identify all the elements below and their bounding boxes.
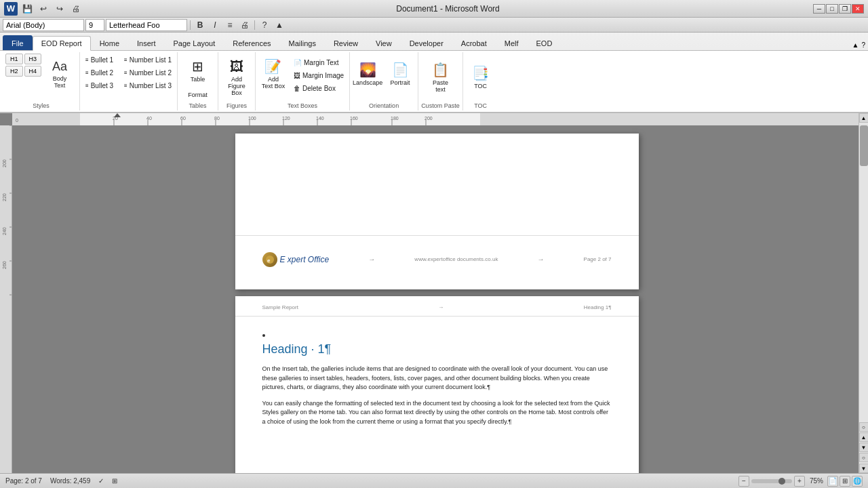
layout-icon[interactable]: ⊞ — [112, 477, 117, 485]
style-h2-button[interactable]: H2 — [5, 66, 23, 77]
status-left: Page: 2 of 7 Words: 2,459 ✓ ⊞ — [5, 477, 117, 485]
delete-box-button[interactable]: 🗑 Delete Box — [291, 82, 347, 94]
zoom-slider[interactable] — [751, 479, 792, 483]
view-print-layout[interactable]: 📄 — [827, 476, 838, 487]
add-figure-box-button[interactable]: 🖼 AddFigure Box — [222, 57, 252, 98]
help-icon[interactable]: ? — [258, 19, 271, 31]
table-icon: ⊞ — [192, 58, 203, 75]
table-format-button[interactable]: Format — [185, 89, 210, 101]
tab-eod[interactable]: EOD — [528, 35, 561, 50]
scrollbar-track[interactable] — [860, 123, 868, 421]
tab-home[interactable]: Home — [91, 35, 128, 50]
ribbon-help-icon[interactable]: ? — [861, 41, 865, 49]
body-text-button[interactable]: Aa BodyText — [43, 54, 77, 94]
undo-button[interactable]: ↩ — [37, 3, 50, 15]
number3-button[interactable]: ≡ Number List 3 — [121, 79, 174, 92]
toc-icon: 📑 — [472, 65, 489, 81]
table-button[interactable]: ⊞ Table — [182, 54, 212, 87]
svg-text:0: 0 — [16, 118, 18, 123]
scrollbar-thumb[interactable] — [860, 125, 868, 166]
page-1: e E xpert Office → www.expertoffice docu… — [235, 134, 639, 289]
scroll-down-small[interactable]: ▼ — [859, 443, 869, 452]
toc-group-label: TOC — [474, 101, 487, 109]
tab-review[interactable]: Review — [325, 35, 367, 50]
paste-text-button[interactable]: 📋 Pastetext — [425, 57, 455, 98]
scroll-up-arrow[interactable]: ▲ — [859, 113, 869, 123]
font-name-box[interactable]: Arial (Body) — [3, 19, 84, 31]
bullet3-button[interactable]: ≡ Bullet 3 — [83, 79, 116, 92]
ribbon-collapse-icon[interactable]: ▲ — [852, 41, 859, 49]
align-icon[interactable]: ≡ — [223, 19, 237, 31]
window-controls[interactable]: ─ □ ❐ ✕ — [813, 4, 864, 14]
number1-button[interactable]: ≡ Number List 1 — [121, 54, 174, 66]
maximize-button[interactable]: □ — [826, 4, 838, 14]
text-box-icon: 📝 — [264, 58, 281, 75]
svg-text:120: 120 — [282, 116, 290, 121]
tab-view[interactable]: View — [367, 35, 401, 50]
style-h4-button[interactable]: H4 — [24, 66, 42, 77]
margin-text-button[interactable]: 📄 Margin Text — [291, 56, 347, 68]
zoom-slider-thumb[interactable] — [778, 478, 785, 485]
svg-text:160: 160 — [350, 116, 358, 121]
scroll-next-page[interactable]: ○ — [859, 453, 869, 462]
figures-label: Figures — [226, 101, 247, 109]
minimize-button[interactable]: ─ — [813, 4, 825, 14]
doc-scroll-area[interactable]: e E xpert Office → www.expertoffice docu… — [12, 113, 859, 473]
redo-button[interactable]: ↪ — [53, 3, 66, 15]
bullet2-button[interactable]: ≡ Bullet 2 — [83, 66, 116, 79]
font-size-box[interactable]: 9 — [85, 19, 104, 31]
number3-label: Number List 3 — [130, 82, 172, 89]
scroll-prev-page[interactable]: ○ — [859, 422, 869, 432]
save-button[interactable]: 💾 — [20, 3, 34, 15]
number2-button[interactable]: ≡ Number List 2 — [121, 66, 174, 79]
tab-acrobat[interactable]: Acrobat — [452, 35, 496, 50]
status-right: − + 75% 📄 ⊞ 🌐 — [738, 476, 863, 487]
print-button[interactable]: 🖨 — [69, 3, 83, 15]
restore-button[interactable]: ❐ — [839, 4, 851, 14]
ruler-svg: 0 20 40 60 80 100 120 140 160 180 — [12, 113, 859, 125]
tab-insert[interactable]: Insert — [128, 35, 165, 50]
scroll-up-small[interactable]: ▲ — [859, 432, 869, 442]
view-full-screen[interactable]: ⊞ — [840, 476, 850, 487]
spelling-icon[interactable]: ✓ — [98, 477, 104, 485]
figure-box-icon: 🖼 — [230, 59, 243, 75]
tab-melf[interactable]: Melf — [496, 35, 528, 50]
add-text-box-button[interactable]: 📝 AddText Box — [258, 54, 288, 94]
tables-label: Tables — [189, 101, 206, 109]
toc-button[interactable]: 📑 TOC — [466, 57, 496, 98]
tab-eod-report[interactable]: EOD Report — [33, 36, 91, 51]
tab-developer[interactable]: Developer — [401, 35, 452, 50]
paste-label: Pastetext — [433, 79, 448, 93]
italic-icon[interactable]: I — [208, 19, 222, 31]
margin-image-button[interactable]: 🖼 Margin Image — [291, 69, 347, 81]
portrait-button[interactable]: 📄 Portrait — [385, 54, 415, 94]
footer-arrow1: → — [368, 256, 375, 263]
word-icon: W — [4, 2, 18, 16]
figures-group: 🖼 AddFigure Box Figures — [218, 52, 256, 110]
bullet1-button[interactable]: ≡ Bullet 1 — [83, 54, 116, 66]
bullet1-label: Bullet 1 — [91, 56, 113, 64]
body-text-label: BodyText — [53, 75, 67, 89]
vertical-scrollbar[interactable]: ▲ ○ ▲ ▼ ○ ▼ — [859, 113, 868, 473]
expand-icon[interactable]: ▲ — [273, 19, 286, 31]
body-text-icon: Aa — [52, 60, 67, 74]
zoom-out-button[interactable]: − — [738, 476, 749, 487]
landscape-button[interactable]: 🌄 Landscape — [353, 54, 382, 94]
margin-text-label: Margin Text — [304, 59, 339, 66]
view-web-layout[interactable]: 🌐 — [852, 476, 863, 487]
tab-file[interactable]: File — [3, 35, 33, 50]
svg-text:140: 140 — [316, 116, 324, 121]
style-box[interactable]: Letterhead Foo — [106, 19, 187, 31]
style-h3-button[interactable]: H3 — [24, 54, 42, 64]
zoom-in-button[interactable]: + — [794, 476, 805, 487]
close-button[interactable]: ✕ — [852, 4, 864, 14]
bold-icon[interactable]: B — [193, 19, 207, 31]
tab-mailings[interactable]: Mailings — [280, 35, 325, 50]
svg-text:e: e — [267, 258, 271, 264]
style-h1-button[interactable]: H1 — [5, 54, 23, 64]
delete-box-label: Delete Box — [302, 85, 336, 92]
print-preview-icon[interactable]: 🖨 — [238, 19, 252, 31]
tab-page-layout[interactable]: Page Layout — [165, 35, 224, 50]
scroll-down-arrow[interactable]: ▼ — [859, 464, 869, 473]
tab-references[interactable]: References — [224, 35, 279, 50]
